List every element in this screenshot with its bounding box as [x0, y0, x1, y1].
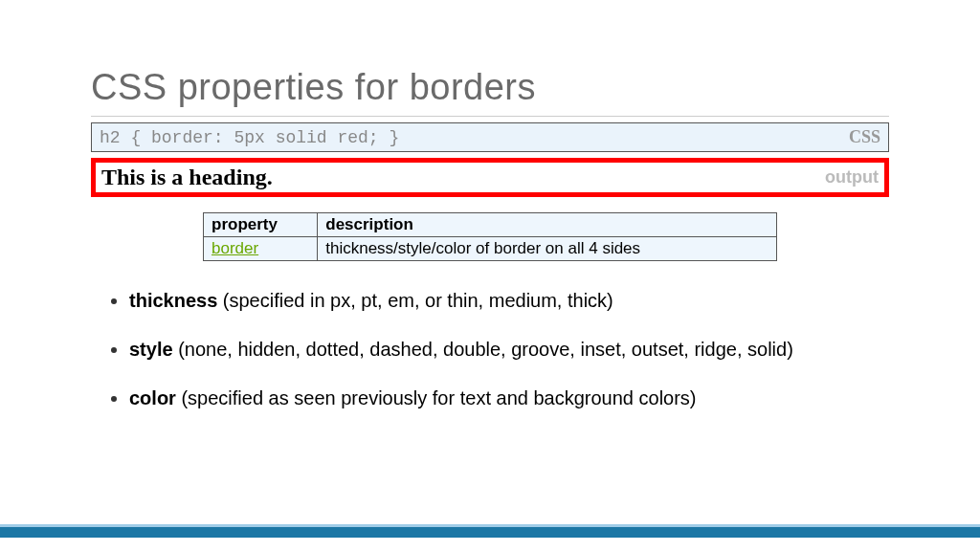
- table-row: border thickness/style/color of border o…: [204, 237, 777, 261]
- output-example-box: This is a heading. output: [91, 158, 889, 197]
- table-header-row: property description: [204, 213, 777, 237]
- code-label: CSS: [849, 127, 880, 147]
- code-example-box: h2 { border: 5px solid red; } CSS: [91, 122, 889, 152]
- code-text: h2 { border: 5px solid red; }: [100, 128, 399, 147]
- list-item: thickness (specified in px, pt, em, or t…: [129, 290, 889, 312]
- table-header-description: description: [318, 213, 777, 237]
- output-label: output: [825, 167, 879, 187]
- output-heading: This is a heading.: [101, 165, 273, 190]
- bullet-bold: style: [129, 339, 173, 360]
- bullet-text: (specified in px, pt, em, or thin, mediu…: [217, 290, 613, 311]
- bullet-list: thickness (specified in px, pt, em, or t…: [91, 290, 889, 409]
- property-table: property description border thickness/st…: [203, 212, 777, 261]
- table-header-property: property: [204, 213, 318, 237]
- list-item: style (none, hidden, dotted, dashed, dou…: [129, 339, 889, 361]
- footer-bar: [0, 524, 980, 538]
- bullet-text: (none, hidden, dotted, dashed, double, g…: [173, 339, 793, 360]
- bullet-bold: color: [129, 387, 176, 408]
- border-link[interactable]: border: [204, 237, 318, 261]
- bullet-text: (specified as seen previously for text a…: [176, 387, 697, 408]
- border-description: thickness/style/color of border on all 4…: [318, 237, 777, 261]
- list-item: color (specified as seen previously for …: [129, 387, 889, 409]
- slide-title: CSS properties for borders: [91, 67, 889, 108]
- title-rule: [91, 116, 889, 117]
- bullet-bold: thickness: [129, 290, 217, 311]
